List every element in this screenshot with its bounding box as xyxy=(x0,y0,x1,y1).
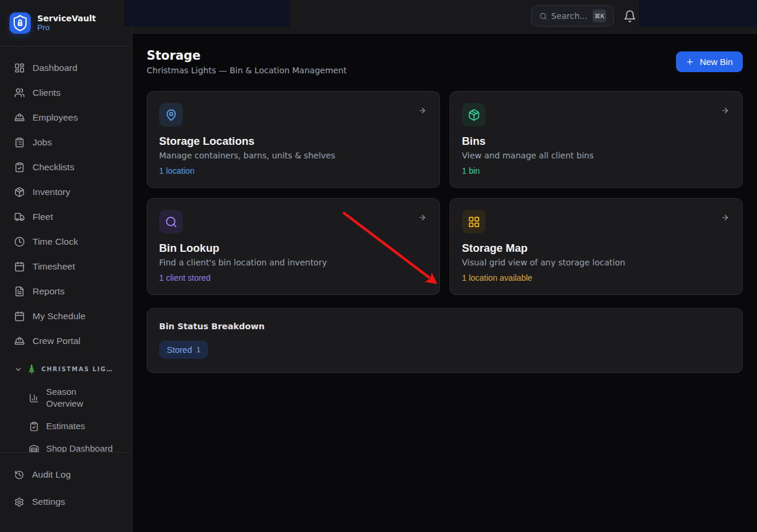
main-content: Storage Christmas Lights — Bin & Locatio… xyxy=(132,34,757,387)
sidebar-item-label: My Schedule xyxy=(33,311,86,322)
sidebar-item-crew-portal[interactable]: Crew Portal xyxy=(7,330,125,352)
card-description: Manage containers, barns, units & shelve… xyxy=(159,150,428,161)
card-icon-box xyxy=(462,210,486,233)
sidebar-item-label: Time Clock xyxy=(33,236,78,247)
sidebar-item-label: Crew Portal xyxy=(33,336,80,346)
package-icon xyxy=(14,187,25,197)
sidebar-item-label: Audit Log xyxy=(32,469,71,480)
sidebar-item-reports[interactable]: Reports xyxy=(7,280,125,303)
gear-icon xyxy=(14,497,24,507)
sidebar-item-audit-log[interactable]: Audit Log xyxy=(7,463,125,486)
sidebar-nav: Dashboard Clients Employees Jobs Checkli… xyxy=(0,47,132,452)
sidebar-bottom: Audit Log Settings xyxy=(0,452,132,532)
calendar-icon xyxy=(14,311,25,322)
sidebar-item-season-overview[interactable]: Season Overview xyxy=(7,381,125,414)
sidebar-item-employees[interactable]: Employees xyxy=(7,106,125,129)
calendar-icon xyxy=(14,261,25,272)
sidebar-item-label: Timesheet xyxy=(33,261,75,272)
card-stat: 1 location available xyxy=(462,273,730,283)
sidebar-item-label: Fleet xyxy=(33,212,53,222)
sidebar-item-estimates[interactable]: Estimates xyxy=(7,416,125,437)
sidebar-item-jobs[interactable]: Jobs xyxy=(7,131,125,154)
badge-label: Stored xyxy=(167,345,192,355)
sidebar-section-label: CHRISTMAS LIG… xyxy=(41,366,114,372)
card-bin-lookup[interactable]: Bin Lookup Find a client's bin location … xyxy=(147,198,440,295)
file-text-icon xyxy=(14,286,25,297)
package-icon xyxy=(468,109,480,121)
sidebar: ServiceVault Pro Dashboard Clients Emplo… xyxy=(0,0,132,532)
card-icon-box xyxy=(462,103,486,126)
brand-logo xyxy=(9,12,31,34)
sidebar-item-my-schedule[interactable]: My Schedule xyxy=(7,305,125,327)
brand-name: ServiceVault xyxy=(37,14,96,23)
plus-icon xyxy=(685,57,694,66)
sidebar-item-label: Reports xyxy=(33,286,64,297)
card-storage-map[interactable]: Storage Map Visual grid view of any stor… xyxy=(449,198,743,295)
layout-grid-icon xyxy=(468,216,480,228)
clipboard-list-icon xyxy=(14,137,25,148)
card-bins[interactable]: Bins View and manage all client bins 1 b… xyxy=(449,91,743,188)
shield-lock-icon xyxy=(11,14,29,32)
sidebar-item-dashboard[interactable]: Dashboard xyxy=(7,57,125,79)
card-title: Bin Lookup xyxy=(159,241,428,255)
new-bin-button[interactable]: New Bin xyxy=(676,51,743,72)
search-icon xyxy=(165,216,177,228)
sidebar-item-checklists[interactable]: Checklists xyxy=(7,156,125,179)
card-description: Find a client's bin location and invento… xyxy=(159,257,428,268)
arrow-right-icon xyxy=(721,213,729,222)
sidebar-item-inventory[interactable]: Inventory xyxy=(7,181,125,203)
arrow-right-icon xyxy=(721,106,729,115)
card-description: Visual grid view of any storage location xyxy=(462,257,730,268)
status-badge-stored: Stored 1 xyxy=(159,340,208,359)
sidebar-item-label: Estimates xyxy=(46,420,85,432)
sidebar-section-christmas-lights[interactable]: CHRISTMAS LIG… xyxy=(7,362,125,377)
brand-plan: Pro xyxy=(37,23,96,32)
sidebar-item-time-clock[interactable]: Time Clock xyxy=(7,231,125,253)
sidebar-item-label: Employees xyxy=(33,112,78,123)
search-icon xyxy=(539,12,547,20)
card-storage-locations[interactable]: Storage Locations Manage containers, bar… xyxy=(147,91,440,188)
clipboard-check-icon xyxy=(14,162,25,173)
bar-chart-icon xyxy=(29,393,39,403)
search-placeholder: Search... xyxy=(551,11,593,21)
bell-icon[interactable] xyxy=(623,9,636,23)
bin-status-breakdown-card: Bin Status Breakdown Stored 1 xyxy=(147,308,743,373)
card-icon-box xyxy=(159,103,183,126)
card-stat: 1 location xyxy=(159,166,428,176)
page-header: Storage Christmas Lights — Bin & Locatio… xyxy=(147,48,743,76)
sidebar-item-timesheet[interactable]: Timesheet xyxy=(7,255,125,278)
map-pin-icon xyxy=(165,109,177,121)
new-bin-label: New Bin xyxy=(700,57,733,67)
arrow-right-icon xyxy=(418,213,426,222)
card-title: Storage Map xyxy=(462,241,730,255)
card-icon-box xyxy=(159,210,183,233)
clipboard-check-icon xyxy=(29,421,39,432)
sidebar-item-label: Settings xyxy=(32,497,65,507)
users-icon xyxy=(14,87,25,98)
sidebar-item-label: Season Overview xyxy=(46,386,114,410)
sidebar-item-label: Jobs xyxy=(33,137,52,148)
brand-header: ServiceVault Pro xyxy=(0,0,132,47)
breakdown-title: Bin Status Breakdown xyxy=(159,320,730,332)
card-title: Storage Locations xyxy=(159,134,428,148)
card-description: View and manage all client bins xyxy=(462,150,730,161)
christmas-tree-icon xyxy=(27,365,36,374)
sidebar-item-label: Checklists xyxy=(33,162,75,173)
arrow-right-icon xyxy=(418,106,426,115)
badge-count: 1 xyxy=(196,345,201,354)
sidebar-item-label: Dashboard xyxy=(33,63,77,73)
search-input[interactable]: Search... ⌘K xyxy=(531,5,614,27)
sidebar-item-fleet[interactable]: Fleet xyxy=(7,206,125,228)
sidebar-item-settings[interactable]: Settings xyxy=(7,491,125,513)
search-shortcut-badge: ⌘K xyxy=(593,9,606,22)
clock-icon xyxy=(14,236,25,247)
truck-icon xyxy=(14,212,25,222)
decorative-navy-block-left xyxy=(124,0,290,27)
sidebar-item-shop-dashboard[interactable]: Shop Dashboard xyxy=(7,438,125,452)
sidebar-item-clients[interactable]: Clients xyxy=(7,82,125,104)
card-title: Bins xyxy=(462,134,730,148)
card-stat: 1 client stored xyxy=(159,273,428,283)
sidebar-item-label: Inventory xyxy=(33,187,70,197)
card-stat: 1 bin xyxy=(462,166,730,176)
page-title: Storage xyxy=(147,48,347,63)
